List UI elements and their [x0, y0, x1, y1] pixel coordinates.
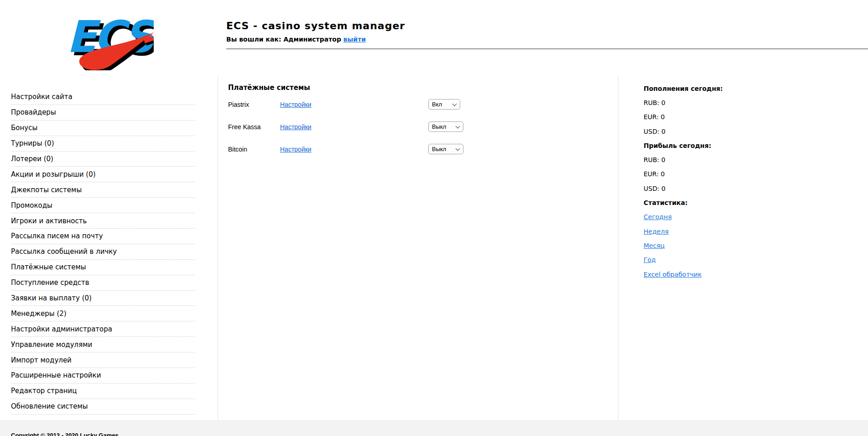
bitcoin-state-select[interactable]: Выкл	[428, 144, 463, 154]
payment-rows: Piastrix Настройки Вкл Free Kassa Настро…	[228, 93, 611, 160]
page-title: ECS - casino system manager	[226, 20, 405, 32]
payment-row-bitcoin: Bitcoin Настройки Выкл	[228, 138, 611, 160]
sidebar-menu: Настройки сайта Провайдеры Бонусы Турнир…	[11, 89, 195, 415]
sidebar-item-managers[interactable]: Менеджеры (2)	[11, 306, 195, 321]
sidebar-main-divider	[218, 77, 218, 420]
profit-today-title: Прибыль сегодня:	[644, 138, 858, 152]
sidebar-item-advanced-settings[interactable]: Расширенные настройки	[11, 368, 195, 383]
logged-in-label: Вы вошли как: Администратор	[226, 36, 341, 43]
payment-row-piastrix: Piastrix Настройки Вкл	[228, 93, 611, 116]
sidebar-item-pm-mailing[interactable]: Рассылка сообщений в личку	[11, 244, 195, 260]
sidebar-item-tournaments[interactable]: Турниры (0)	[11, 136, 195, 152]
freekassa-settings-link[interactable]: Настройки	[280, 123, 312, 131]
payment-systems-panel: Платёжные системы Piastrix Настройки Вкл…	[228, 84, 611, 160]
deposits-eur: EUR: 0	[644, 110, 858, 124]
profit-rub: RUB: 0	[644, 152, 858, 167]
sidebar-item-incoming-funds[interactable]: Поступление средств	[11, 275, 195, 291]
sidebar-item-providers[interactable]: Провайдеры	[11, 105, 195, 121]
sidebar-item-bonuses[interactable]: Бонусы	[11, 121, 195, 136]
header-divider	[226, 48, 868, 49]
sidebar-item-page-editor[interactable]: Редактор страниц	[11, 383, 195, 399]
sidebar-item-module-manage[interactable]: Управление модулями	[11, 337, 195, 352]
sidebar-item-players-activity[interactable]: Игроки и активность	[11, 213, 195, 229]
sidebar-item-payout-requests[interactable]: Заявки на выплату (0)	[11, 291, 195, 306]
ecs-logo-icon: ECS ECS	[62, 9, 154, 70]
deposits-today-title: Пополнения сегодня:	[644, 81, 858, 95]
ecs-logo: ECS ECS	[62, 9, 154, 70]
sidebar-item-admin-settings[interactable]: Настройки администратора	[11, 321, 195, 337]
profit-eur: EUR: 0	[644, 167, 858, 181]
sidebar-item-system-update[interactable]: Обновление системы	[11, 399, 195, 415]
piastrix-state-select[interactable]: Вкл	[428, 99, 460, 110]
piastrix-settings-link[interactable]: Настройки	[280, 101, 312, 108]
stats-link-year[interactable]: Год	[644, 256, 656, 263]
profit-usd: USD: 0	[644, 181, 858, 195]
copyright-text: Copyright © 2013 - 2020 Lucky Games	[11, 432, 868, 436]
logout-link[interactable]: выйти	[343, 36, 366, 43]
freekassa-state-select[interactable]: Выкл	[428, 121, 463, 132]
sidebar-item-module-import[interactable]: Импорт модулей	[11, 352, 195, 368]
sidebar-item-site-settings[interactable]: Настройки сайта	[11, 89, 195, 105]
payment-systems-title: Платёжные системы	[228, 84, 611, 91]
deposits-rub: RUB: 0	[644, 95, 858, 110]
sidebar-item-jackpots[interactable]: Джекпоты системы	[11, 182, 195, 198]
payment-name: Bitcoin	[228, 146, 280, 153]
sidebar-item-promocodes[interactable]: Промокоды	[11, 198, 195, 213]
bitcoin-settings-link[interactable]: Настройки	[280, 146, 312, 153]
stats-link-month[interactable]: Месяц	[644, 242, 665, 249]
sidebar-item-email-mailing[interactable]: Рассылка писем на почту	[11, 229, 195, 244]
sidebar-item-promotions[interactable]: Акции и розыгрыши (0)	[11, 167, 195, 182]
stats-panel: Пополнения сегодня: RUB: 0 EUR: 0 USD: 0…	[644, 81, 858, 281]
sidebar-item-payment-systems[interactable]: Платёжные системы	[11, 260, 195, 275]
stats-link-week[interactable]: Неделя	[644, 228, 669, 235]
payment-name: Free Kassa	[228, 123, 280, 131]
payment-row-freekassa: Free Kassa Настройки Выкл	[228, 116, 611, 138]
footer: Copyright © 2013 - 2020 Lucky Games	[0, 420, 868, 436]
stats-link-excel[interactable]: Excel обработчик	[644, 271, 702, 278]
statistics-title: Статистика:	[644, 195, 858, 210]
logged-in-status: Вы вошли как: Администратор выйти	[226, 36, 366, 43]
sidebar-item-lotteries[interactable]: Лотереи (0)	[11, 152, 195, 167]
payment-name: Piastrix	[228, 101, 280, 108]
deposits-usd: USD: 0	[644, 124, 858, 138]
stats-link-today[interactable]: Сегодня	[644, 213, 672, 221]
main-stats-divider	[618, 77, 619, 420]
